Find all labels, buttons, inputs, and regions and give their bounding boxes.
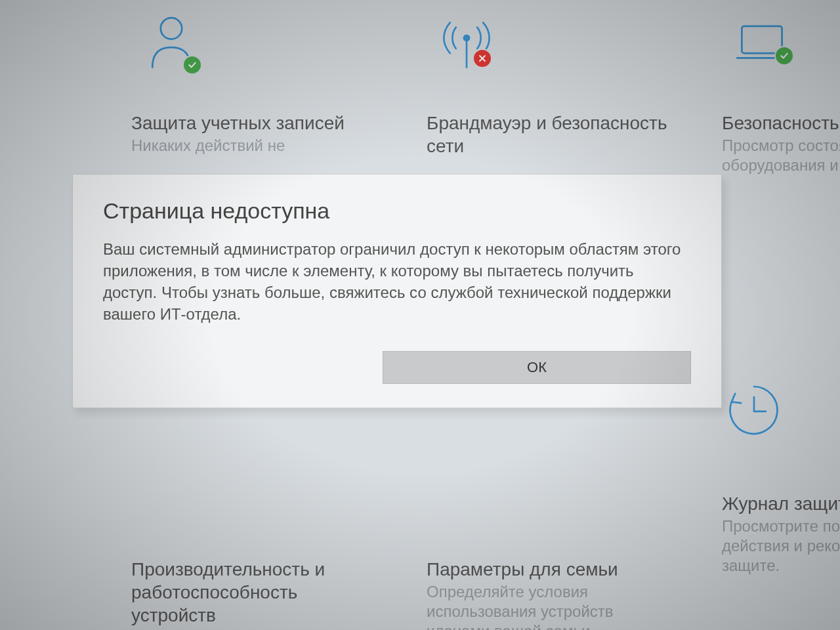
tile-subtitle: Просмотр состояния защиты оборудования и… [722, 136, 840, 175]
tile-subtitle: Определяйте условия использования устрой… [427, 582, 676, 630]
tile-title: Параметры для семьи [427, 558, 676, 581]
tile-title: Защита учетных записей [131, 112, 381, 135]
status-ok-badge [182, 55, 202, 75]
tile-title: Журнал защиты [722, 492, 840, 515]
wifi-antenna-icon [437, 13, 496, 79]
tile-title: Безопасность [722, 112, 840, 135]
tile-device-security[interactable]: Безопасность Просмотр состояния защиты о… [722, 13, 840, 210]
status-error-badge [472, 49, 492, 68]
tile-family[interactable]: Параметры для семьи Определяйте условия … [427, 381, 715, 578]
dialog-body: Ваш системный администратор ограничил до… [103, 238, 691, 325]
tile-title: Брандмауэр и безопасность сети [427, 112, 676, 158]
svg-point-1 [463, 34, 471, 41]
account-icon [142, 13, 201, 79]
tile-subtitle: Никаких действий не [131, 136, 381, 156]
history-clock-icon [724, 381, 784, 446]
svg-point-0 [161, 18, 182, 39]
dialog-actions: ОК [103, 351, 691, 384]
tile-protection-history[interactable]: Журнал защиты Просмотрите последние дейс… [722, 381, 840, 578]
laptop-icon [732, 13, 791, 79]
page-unavailable-dialog: Страница недоступна Ваш системный админи… [72, 174, 722, 408]
dialog-title: Страница недоступна [103, 198, 691, 224]
ok-button[interactable]: ОК [383, 351, 691, 384]
tile-subtitle: Просмотрите последние действия и рекомен… [722, 516, 840, 576]
tile-performance[interactable]: Производительность и работоспособность у… [131, 381, 420, 578]
status-ok-badge [774, 46, 794, 66]
tile-title: Производительность и работоспособность у… [131, 558, 381, 627]
